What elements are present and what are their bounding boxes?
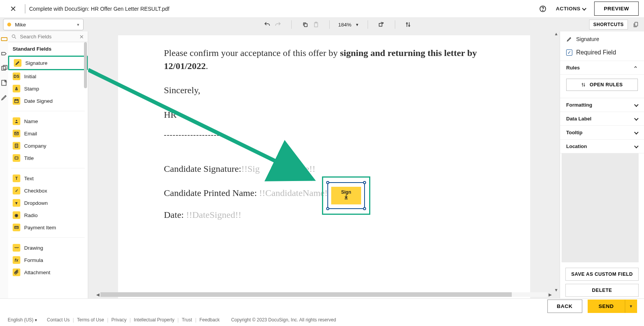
footer-link[interactable]: Contact Us <box>47 317 69 323</box>
field-summary: Signature ✓ Required Field <box>560 31 644 61</box>
divider <box>11 237 85 238</box>
recipient-select[interactable]: Mike ▾ <box>3 19 84 30</box>
resize-handle[interactable] <box>363 181 366 184</box>
top-header: ✕ Complete with DocuSign: HR Offer Gen L… <box>0 0 644 18</box>
acc-location[interactable]: Location <box>560 140 644 153</box>
properties-panel: Signature ✓ Required Field Rules OPEN RU… <box>560 31 644 298</box>
chevron-down-icon <box>634 116 638 120</box>
toolbar-center: 184% ▼ <box>87 20 589 30</box>
field-company[interactable]: Company <box>8 140 88 152</box>
standard-fields-tab-icon[interactable] <box>0 35 8 43</box>
field-label: Text <box>24 176 34 181</box>
field-label: Company <box>24 143 46 149</box>
caret-down-icon: ▼ <box>629 304 633 308</box>
field-initial[interactable]: DSInitial <box>8 70 88 82</box>
redo-button[interactable] <box>273 20 283 30</box>
field-email[interactable]: Email <box>8 127 88 140</box>
open-rules-button[interactable]: OPEN RULES <box>566 79 638 91</box>
field-payment[interactable]: Payment Item <box>8 221 88 234</box>
scroll-up-icon[interactable]: ▲ <box>554 31 559 36</box>
footer-link[interactable]: Intellectual Property <box>134 317 174 323</box>
field-name[interactable]: Name <box>8 115 88 127</box>
scroll-track[interactable] <box>100 292 547 297</box>
divider <box>395 20 395 29</box>
required-checkbox[interactable]: ✓ Required Field <box>566 49 638 56</box>
payment-icon <box>13 224 20 231</box>
field-label: Payment Item <box>24 225 56 231</box>
scroll-down-icon[interactable]: ▼ <box>554 288 559 292</box>
signature-field[interactable]: Sign <box>327 182 365 209</box>
field-label: Checkbox <box>24 188 47 194</box>
checkbox-icon: ✓ <box>566 49 572 56</box>
field-text[interactable]: TText <box>8 172 88 184</box>
scroll-left-icon[interactable]: ◀ <box>95 292 100 297</box>
acc-rules[interactable]: Rules <box>560 61 644 75</box>
field-dropdown[interactable]: ▾Dropdown <box>8 197 88 209</box>
chevron-down-icon <box>582 6 586 10</box>
language-select[interactable]: English (US)▼ <box>8 317 38 323</box>
field-signature[interactable]: Signature <box>8 56 88 70</box>
toolbar: Mike ▾ 184% ▼ SHORTCUTS <box>0 18 644 31</box>
footer-link[interactable]: Terms of Use <box>77 317 104 323</box>
svg-point-13 <box>12 35 15 38</box>
send-options-button[interactable]: ▼ <box>625 300 637 313</box>
chevron-up-icon <box>633 65 638 71</box>
rotate-button[interactable] <box>376 20 386 30</box>
chevron-down-icon <box>634 130 638 134</box>
field-radio[interactable]: ◉Radio <box>8 209 88 221</box>
undo-button[interactable] <box>262 20 272 30</box>
clear-search-icon[interactable]: ✕ <box>79 34 84 40</box>
close-icon[interactable]: ✕ <box>5 4 21 13</box>
svg-point-7 <box>409 25 410 26</box>
download-arrow-icon <box>343 194 350 202</box>
acc-tooltip[interactable]: Tooltip <box>560 126 644 140</box>
field-title[interactable]: Title <box>8 152 88 164</box>
edit-tab-icon[interactable] <box>0 94 8 101</box>
zoom-control[interactable]: 184% ▼ <box>338 22 359 28</box>
help-icon[interactable] <box>539 5 547 13</box>
caret-down-icon: ▼ <box>355 23 359 27</box>
custom-fields-tab-icon[interactable] <box>0 50 8 58</box>
preview-button[interactable]: PREVIEW <box>594 2 639 16</box>
footer-link[interactable]: Trust <box>182 317 192 323</box>
document-canvas[interactable]: Please confirm your acceptance of this o… <box>88 31 560 298</box>
zoom-value: 184% <box>338 22 352 28</box>
field-checkbox[interactable]: ✓Checkbox <box>8 184 88 197</box>
field-formula[interactable]: fxFormula <box>8 254 88 266</box>
initial-icon: DS <box>13 72 20 80</box>
acc-data-label[interactable]: Data Label <box>560 112 644 126</box>
scroll-thumb[interactable] <box>100 292 512 297</box>
send-button[interactable]: SEND <box>588 300 625 313</box>
divider <box>11 111 85 111</box>
field-attachment[interactable]: Attachment <box>8 266 88 278</box>
scroll-right-icon[interactable]: ▶ <box>547 292 553 297</box>
svg-point-22 <box>584 85 585 86</box>
settings-icon[interactable] <box>404 20 414 30</box>
merge-fields-tab-icon[interactable] <box>0 64 8 72</box>
actions-button[interactable]: ACTIONS <box>551 3 590 14</box>
paste-button[interactable] <box>311 20 321 30</box>
back-button[interactable]: BACK <box>547 300 582 313</box>
vertical-nav: ▲ ▼ <box>554 31 559 292</box>
search-fields-input[interactable] <box>20 34 85 40</box>
save-custom-field-button[interactable]: SAVE AS CUSTOM FIELD <box>565 268 639 281</box>
copy-button[interactable] <box>300 20 310 30</box>
fields-panel: ✕ Standard Fields Signature DSInitial St… <box>8 31 88 298</box>
scrollbar-thumb[interactable] <box>84 42 87 88</box>
shortcuts-button[interactable]: SHORTCUTS <box>589 20 628 30</box>
resize-handle[interactable] <box>363 207 366 210</box>
doc-sincerely: Sincerely, <box>164 84 484 97</box>
field-drawing[interactable]: 〰Drawing <box>8 242 88 254</box>
stamp-icon <box>13 85 20 92</box>
footer-link[interactable]: Feedback <box>199 317 220 323</box>
duplicate-icon[interactable] <box>631 20 641 30</box>
acc-formatting[interactable]: Formatting <box>560 98 644 112</box>
field-stamp[interactable]: Stamp <box>8 82 88 95</box>
prefill-tab-icon[interactable] <box>0 79 8 87</box>
footer-link[interactable]: Privacy <box>112 317 127 323</box>
delete-field-button[interactable]: DELETE <box>565 284 639 297</box>
resize-handle[interactable] <box>326 207 329 210</box>
field-date-signed[interactable]: Date Signed <box>8 95 88 107</box>
resize-handle[interactable] <box>326 181 329 184</box>
text-icon: T <box>13 175 20 182</box>
